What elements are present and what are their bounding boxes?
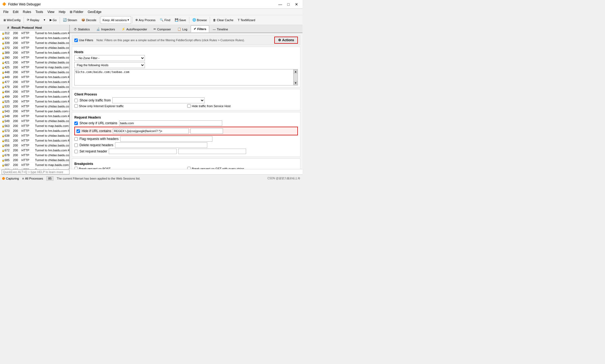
use-filters-checkbox[interactable] [74,39,78,42]
session-host: Tunnel to hm.baidu.com:443 [34,139,69,142]
scrollbar-up[interactable]: ▲ [294,69,298,74]
session-num: 🔒573 [0,129,10,133]
session-row[interactable]: 🔒687 200 HTTP Tunnel to map.baidu.com:44… [0,162,69,167]
replay-button[interactable]: ⟳ Replay [25,16,41,24]
menu-help[interactable]: Help [57,9,68,14]
all-processes-button[interactable]: ≡ All Processes [22,177,43,180]
session-row[interactable]: 🔒449 200 HTTP Tunnel to hm.baidu.com:443 [0,75,69,79]
session-row[interactable]: 🔒678 200 HTTP Tunnel to zhidao.baidu.com… [0,153,69,158]
session-row[interactable]: 🔒322 200 HTTP Tunnel to hm.baidu.com:443 [0,36,69,40]
session-row[interactable]: 🔒549 200 HTTP Tunnel to zhidao.baidu.com… [0,119,69,123]
flag-hosts-select[interactable]: Flag the following Hosts Hide the follow… [74,62,145,68]
delete-headers-checkbox[interactable] [74,143,78,147]
session-host: Tunnel to zhidao.baidu.com:443 [34,158,69,162]
decode-button[interactable]: 📦 Decode [79,16,98,24]
tab-composer[interactable]: ✏ Composer [151,25,174,33]
session-row[interactable]: 🔒494 200 HTTP Tunnel to hm.baidu.com:443 [0,89,69,94]
show-only-from-checkbox[interactable] [74,99,78,102]
break-get-checkbox[interactable] [187,167,191,169]
hide-url-extra-input[interactable] [190,128,223,134]
hide-service-host-checkbox[interactable] [187,104,191,108]
any-process-button[interactable]: ⊕ Any Process [133,16,157,24]
keep-sessions-button[interactable]: Keep: All sessions ▾ [101,16,131,24]
clear-cache-button[interactable]: 🗑 Clear Cache [211,16,235,24]
session-protocol: HTTP [21,100,34,103]
find-button[interactable]: 🔍 Find [158,16,172,24]
session-host: Tunnel to hm.baidu.com:443 [34,36,69,40]
session-row[interactable]: 🔒698 200 HTTP Tunnel to hm.baidu.com:443 [0,167,69,169]
browse-button[interactable]: 🌐 Browse [190,16,209,24]
session-row[interactable]: 🔒389 200 HTTP Tunnel to hm.baidu.com:443 [0,50,69,55]
session-row[interactable]: 🔒685 200 HTTP Tunnel to zhidao.baidu.com… [0,158,69,162]
tab-inspectors[interactable]: 🔬 Inspectors [93,25,118,33]
tabs-row: ⏱ Statistics 🔬 Inspectors ⚡ AutoResponde… [70,25,302,33]
session-row[interactable]: 🔒525 200 HTTP Tunnel to hm.baidu.com:443 [0,99,69,104]
tab-log[interactable]: 📋 Log [174,25,190,33]
capturing-button[interactable]: Capturing [2,177,19,180]
session-row[interactable]: 🔒479 200 HTTP Tunnel to zhidao.baidu.com… [0,84,69,89]
show-only-ie-checkbox[interactable] [74,104,78,108]
session-result: 200 [10,65,21,69]
close-button[interactable]: ✕ [293,2,300,7]
capture-dot [2,177,5,180]
show-only-url-checkbox[interactable] [74,122,78,125]
tab-timeline[interactable]: — Timeline [210,25,231,33]
flag-requests-checkbox[interactable] [74,137,78,141]
menu-fiddler[interactable]: ⊞ Fiddler [68,9,85,14]
session-row[interactable]: 🔒425 200 HTTP Tunnel to map.baidu.com:44… [0,65,69,70]
session-row[interactable]: 🔒573 200 HTTP Tunnel to hm.baidu.com:443 [0,128,69,133]
tab-autoresponder[interactable]: ⚡ AutoResponder [119,25,150,33]
hide-url-input[interactable] [113,128,189,134]
show-only-from-select[interactable] [112,97,205,103]
menu-file[interactable]: File [1,9,11,14]
break-post-row: Break request on POST [74,167,185,169]
session-row[interactable]: 🔒563 200 HTTP Tunnel to map.baidu.com:44… [0,123,69,128]
textwizard-button[interactable]: T TextWizard [236,16,257,24]
zone-filter-select[interactable]: - No Zone Filter - Show only Intranet Ho… [74,55,145,61]
flag-requests-input[interactable] [120,136,212,142]
maximize-button[interactable]: □ [285,2,292,7]
save-button[interactable]: 💾 Save [173,16,188,24]
go-button[interactable]: ▶ Go [48,16,59,24]
delete-headers-input[interactable] [115,142,207,148]
quickexec-input[interactable] [2,170,69,174]
set-header-value-input[interactable] [178,149,246,154]
actions-button[interactable]: ⚙ Actions [274,37,298,44]
session-row[interactable]: 🔒477 200 HTTP Tunnel to hm.baidu.com:443 [0,79,69,84]
session-row[interactable]: 🔒543 200 HTTP Tunnel to pan.baidu.com:44… [0,109,69,114]
session-row[interactable]: 🔒651 200 HTTP Tunnel to hm.baidu.com:443 [0,138,69,143]
break-post-checkbox[interactable] [74,167,78,169]
menu-rules[interactable]: Rules [21,9,33,14]
hide-url-checkbox[interactable] [77,129,80,133]
set-header-name-input[interactable] [109,149,177,154]
scrollbar-down[interactable]: ▼ [294,81,298,85]
show-only-url-input[interactable] [119,120,222,126]
session-row[interactable]: 🔒448 200 HTTP Tunnel to zhidao.baidu.com… [0,70,69,75]
menu-view[interactable]: View [45,9,57,14]
session-row[interactable]: 🔒339 200 HTTP Tunnel to zhidao.baidu.com… [0,40,69,45]
tab-statistics[interactable]: ⏱ Statistics [71,25,93,33]
session-row[interactable]: 🔒533 200 HTTP Tunnel to zhidao.baidu.com… [0,104,69,109]
sessions-list: 🔒312 200 HTTP Tunnel to hm.baidu.com:443… [0,31,69,169]
hosts-textarea[interactable]: 51cto.com;baidu.com;taobao.com [74,69,294,85]
session-row[interactable]: 🔒390 200 HTTP Tunnel to zhidao.baidu.com… [0,55,69,60]
session-row[interactable]: 🔒548 200 HTTP Tunnel to hm.baidu.com:443 [0,114,69,119]
session-row[interactable]: 🔒638 200 HTTP Tunnel to zhidao.baidu.com… [0,133,69,138]
stream-button[interactable]: 🔄 Stream [61,16,79,24]
session-row[interactable]: 🔒370 200 HTTP Tunnel to zhidao.baidu.com… [0,45,69,50]
set-header-checkbox[interactable] [74,150,78,153]
session-result: 200 [10,85,21,89]
session-row[interactable]: 🔒421 200 HTTP Tunnel to zhidao.baidu.com… [0,60,69,65]
corner-logo: CSDN @湯望力量的哈土奇 [268,177,300,180]
menu-tools[interactable]: Tools [33,9,45,14]
menu-edit[interactable]: Edit [11,9,21,14]
winconfig-button[interactable]: 🖥 WinConfig [1,16,23,24]
session-row[interactable]: 🔒312 200 HTTP Tunnel to hm.baidu.com:443 [0,31,69,36]
session-row[interactable]: 🔒499 200 HTTP Tunnel to hm.baidu.com:443 [0,94,69,99]
session-row[interactable]: 🔒672 200 HTTP Tunnel to hm.baidu.com:443 [0,148,69,153]
tab-filters[interactable]: ✔ Filters [191,25,209,33]
session-row[interactable]: 🔒656 200 HTTP Tunnel to zhidao.baidu.com… [0,143,69,148]
minimize-button[interactable]: — [276,2,284,7]
menu-geoedge[interactable]: GeoEdge [85,9,104,14]
replay-dropdown[interactable]: ▾ [42,16,47,24]
